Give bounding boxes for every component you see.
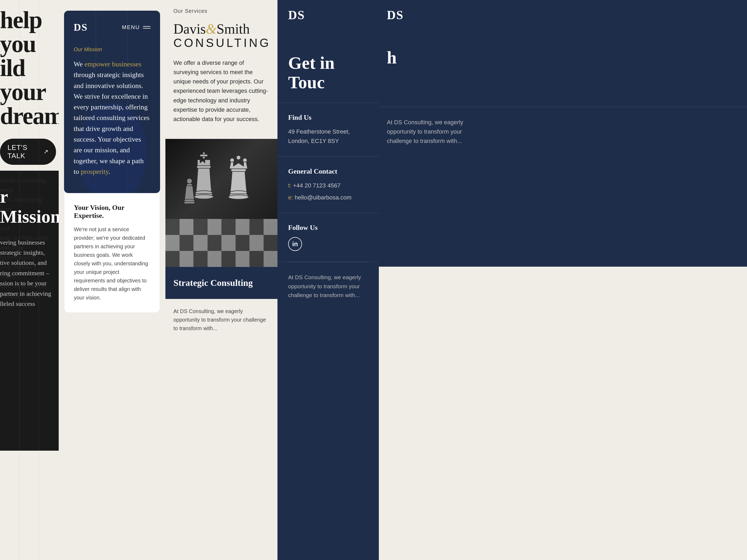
- svg-point-5: [194, 195, 213, 199]
- panel-services: Our Services Davis&Smith CONSULTING We o…: [165, 0, 278, 560]
- phone-card-light: Your Vision, Our Expertise. We're not ju…: [64, 193, 160, 313]
- brand-name-line: Davis&Smith: [174, 22, 269, 36]
- our-mission-label: Our Mission: [74, 46, 151, 53]
- strategic-consulting-label: Strategic Consulting: [165, 267, 278, 299]
- ds-logo-contact: DS: [288, 8, 368, 22]
- contact-top: DS: [278, 0, 379, 43]
- hamburger-icon: [143, 26, 151, 29]
- panel-phone-card: DS MENU Our Mission We empower businesse…: [59, 0, 165, 560]
- get-in-touch-overflow: h: [387, 48, 397, 68]
- hero-headline: help you ild your dream.: [0, 8, 56, 128]
- mission-highlight-prosperity: prosperity: [81, 168, 109, 176]
- panel-overflow: DS h At DS Consulting, we eagerlyopportu…: [379, 0, 747, 560]
- brand-consulting-line: CONSULTING: [174, 36, 269, 50]
- svg-rect-9: [231, 169, 246, 171]
- our-services-label: Our Services: [174, 8, 269, 14]
- find-us-title: Find Us: [288, 114, 368, 122]
- linkedin-icon[interactable]: in: [288, 237, 302, 251]
- ds-logo-overflow: DS: [387, 8, 739, 22]
- services-bottom-text: At DS Consulting, we eagerly opportunity…: [165, 299, 278, 560]
- address: 49 Featherstone Street, London, EC1Y 8SY: [288, 127, 368, 145]
- phone-number: +44 20 7123 4567: [293, 182, 340, 189]
- general-contact-section: General Contact t: +44 20 7123 4567 e: h…: [278, 157, 379, 213]
- mission-body-text: We empower businesses through strategic …: [74, 59, 151, 177]
- panel-contact: DS Get in Touc Find Us 49 Featherstone S…: [278, 0, 379, 560]
- mission-highlight-empower: empower businesses: [84, 60, 141, 68]
- find-us-section: Find Us 49 Featherstone Street, London, …: [278, 103, 379, 157]
- svg-rect-2: [197, 166, 211, 168]
- services-top-section: Our Services Davis&Smith CONSULTING We o…: [165, 0, 278, 139]
- arrow-icon: ↗: [44, 148, 49, 155]
- svg-rect-1: [200, 154, 208, 157]
- panel-hero: help you ild your dream. LET'S TALK ↗ Sm…: [0, 0, 59, 560]
- chess-pieces: [179, 147, 264, 227]
- get-in-touch-heading: Get in Touc: [278, 43, 379, 103]
- lets-talk-button[interactable]: LET'S TALK ↗: [0, 139, 56, 165]
- follow-us-section: Follow Us in: [278, 213, 379, 262]
- services-description: We offer a diverse range of surveying se…: [174, 58, 269, 124]
- email-address: hello@uibarbosa.com: [294, 194, 351, 201]
- svg-point-7: [236, 156, 241, 160]
- phone-label: t:: [288, 182, 291, 189]
- menu-button[interactable]: MENU: [122, 24, 151, 30]
- mission-body-partial: vering businesses strategic insights, ti…: [0, 237, 53, 309]
- contact-bottom-text: At DS Consulting, we eagerly opportunity…: [278, 262, 379, 311]
- svg-point-12: [228, 195, 249, 199]
- svg-point-13: [187, 179, 192, 184]
- vision-title: Your Vision, Our Expertise.: [74, 204, 150, 220]
- ds-logo-card: DS: [74, 21, 88, 33]
- vision-body: We're not just a service provider; we're…: [74, 225, 150, 302]
- overflow-text: At DS Consulting, we eagerlyopportunity …: [387, 117, 739, 146]
- brand-logo: Davis&Smith CONSULTING: [174, 22, 269, 50]
- svg-rect-16: [184, 202, 195, 204]
- follow-us-title: Follow Us: [288, 224, 368, 232]
- phone-card-dark: DS MENU Our Mission We empower businesse…: [64, 11, 160, 193]
- chess-image: [165, 139, 278, 267]
- general-contact-title: General Contact: [288, 167, 368, 176]
- chess-image-section: [165, 139, 278, 267]
- svg-rect-14: [187, 184, 192, 186]
- email-label: e:: [288, 194, 293, 201]
